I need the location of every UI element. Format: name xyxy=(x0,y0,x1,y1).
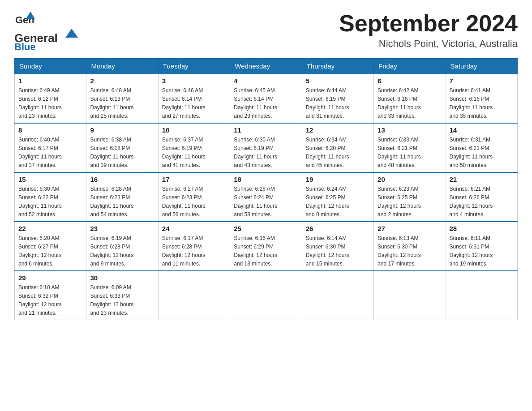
calendar-cell: 15 Sunrise: 6:30 AMSunset: 6:22 PMDaylig… xyxy=(15,172,86,222)
col-friday: Friday xyxy=(374,59,446,74)
day-number: 20 xyxy=(378,176,442,183)
col-saturday: Saturday xyxy=(446,59,517,74)
day-info: Sunrise: 6:34 AMSunset: 6:20 PMDaylight:… xyxy=(306,137,349,168)
calendar-cell: 9 Sunrise: 6:38 AMSunset: 6:18 PMDayligh… xyxy=(86,123,158,172)
calendar-cell xyxy=(374,271,446,320)
calendar-cell: 29 Sunrise: 6:10 AMSunset: 6:32 PMDaylig… xyxy=(15,271,86,320)
day-number: 30 xyxy=(90,274,154,282)
calendar-cell: 5 Sunrise: 6:44 AMSunset: 6:15 PMDayligh… xyxy=(302,74,373,123)
calendar-cell: 16 Sunrise: 6:28 AMSunset: 6:23 PMDaylig… xyxy=(86,172,158,222)
week-row-3: 15 Sunrise: 6:30 AMSunset: 6:22 PMDaylig… xyxy=(15,172,518,222)
page-header: General General Blue September 2024 Nich… xyxy=(14,11,518,50)
day-info: Sunrise: 6:35 AMSunset: 6:19 PMDaylight:… xyxy=(234,137,277,168)
calendar-cell: 21 Sunrise: 6:21 AMSunset: 6:26 PMDaylig… xyxy=(446,172,517,222)
calendar-cell: 22 Sunrise: 6:20 AMSunset: 6:27 PMDaylig… xyxy=(15,222,86,271)
day-info: Sunrise: 6:14 AMSunset: 6:30 PMDaylight:… xyxy=(306,235,349,267)
day-info: Sunrise: 6:28 AMSunset: 6:23 PMDaylight:… xyxy=(90,186,133,218)
day-number: 18 xyxy=(234,176,298,183)
col-thursday: Thursday xyxy=(302,59,373,74)
calendar-table: Sunday Monday Tuesday Wednesday Thursday… xyxy=(14,58,518,320)
day-number: 23 xyxy=(90,225,154,232)
day-info: Sunrise: 6:40 AMSunset: 6:17 PMDaylight:… xyxy=(18,137,62,168)
day-info: Sunrise: 6:33 AMSunset: 6:21 PMDaylight:… xyxy=(378,137,421,168)
calendar-cell: 26 Sunrise: 6:14 AMSunset: 6:30 PMDaylig… xyxy=(302,222,373,271)
day-number: 26 xyxy=(306,225,370,232)
day-number: 21 xyxy=(450,176,514,183)
week-row-4: 22 Sunrise: 6:20 AMSunset: 6:27 PMDaylig… xyxy=(15,222,518,271)
col-tuesday: Tuesday xyxy=(158,59,230,74)
calendar-cell xyxy=(446,271,517,320)
calendar-cell: 10 Sunrise: 6:37 AMSunset: 6:19 PMDaylig… xyxy=(158,123,230,172)
calendar-cell: 11 Sunrise: 6:35 AMSunset: 6:19 PMDaylig… xyxy=(230,123,302,172)
day-number: 22 xyxy=(18,225,82,232)
calendar-cell xyxy=(302,271,373,320)
calendar-cell: 3 Sunrise: 6:46 AMSunset: 6:14 PMDayligh… xyxy=(158,74,230,123)
col-wednesday: Wednesday xyxy=(230,59,302,74)
calendar-cell: 6 Sunrise: 6:42 AMSunset: 6:16 PMDayligh… xyxy=(374,74,446,123)
calendar-cell: 25 Sunrise: 6:16 AMSunset: 6:29 PMDaylig… xyxy=(230,222,302,271)
logo-area: General General Blue xyxy=(14,11,86,50)
day-number: 1 xyxy=(18,77,82,85)
day-info: Sunrise: 6:26 AMSunset: 6:24 PMDaylight:… xyxy=(234,186,277,218)
day-info: Sunrise: 6:41 AMSunset: 6:16 PMDaylight:… xyxy=(450,87,493,119)
day-info: Sunrise: 6:20 AMSunset: 6:27 PMDaylight:… xyxy=(18,235,62,267)
day-number: 29 xyxy=(18,274,82,282)
day-info: Sunrise: 6:23 AMSunset: 6:25 PMDaylight:… xyxy=(378,186,421,218)
calendar-cell: 30 Sunrise: 6:09 AMSunset: 6:33 PMDaylig… xyxy=(86,271,158,320)
day-number: 25 xyxy=(234,225,298,232)
calendar-cell: 28 Sunrise: 6:11 AMSunset: 6:31 PMDaylig… xyxy=(446,222,517,271)
col-monday: Monday xyxy=(86,59,158,74)
day-number: 7 xyxy=(450,77,514,85)
svg-marker-3 xyxy=(65,29,78,38)
day-number: 14 xyxy=(450,126,514,134)
day-number: 24 xyxy=(162,225,226,232)
day-info: Sunrise: 6:17 AMSunset: 6:28 PMDaylight:… xyxy=(162,235,206,267)
day-number: 5 xyxy=(306,77,370,85)
day-info: Sunrise: 6:19 AMSunset: 6:28 PMDaylight:… xyxy=(90,235,133,267)
day-info: Sunrise: 6:21 AMSunset: 6:26 PMDaylight:… xyxy=(450,186,493,218)
day-info: Sunrise: 6:11 AMSunset: 6:31 PMDaylight:… xyxy=(450,235,493,267)
calendar-cell: 8 Sunrise: 6:40 AMSunset: 6:17 PMDayligh… xyxy=(15,123,86,172)
day-number: 28 xyxy=(450,225,514,232)
day-number: 8 xyxy=(18,126,82,134)
week-row-2: 8 Sunrise: 6:40 AMSunset: 6:17 PMDayligh… xyxy=(15,123,518,172)
day-number: 12 xyxy=(306,126,370,134)
day-info: Sunrise: 6:44 AMSunset: 6:15 PMDaylight:… xyxy=(306,87,349,119)
day-number: 16 xyxy=(90,176,154,183)
calendar-cell: 24 Sunrise: 6:17 AMSunset: 6:28 PMDaylig… xyxy=(158,222,230,271)
day-info: Sunrise: 6:42 AMSunset: 6:16 PMDaylight:… xyxy=(378,87,421,119)
day-info: Sunrise: 6:49 AMSunset: 6:12 PMDaylight:… xyxy=(18,87,62,119)
page-subtitle: Nichols Point, Victoria, Australia xyxy=(339,38,518,50)
day-number: 11 xyxy=(234,126,298,134)
day-number: 17 xyxy=(162,176,226,183)
calendar-cell: 17 Sunrise: 6:27 AMSunset: 6:23 PMDaylig… xyxy=(158,172,230,222)
day-number: 4 xyxy=(234,77,298,85)
title-area: September 2024 Nichols Point, Victoria, … xyxy=(339,11,518,50)
col-sunday: Sunday xyxy=(15,59,86,74)
calendar-cell: 27 Sunrise: 6:13 AMSunset: 6:30 PMDaylig… xyxy=(374,222,446,271)
calendar-cell: 14 Sunrise: 6:31 AMSunset: 6:21 PMDaylig… xyxy=(446,123,517,172)
day-number: 3 xyxy=(162,77,226,85)
day-info: Sunrise: 6:16 AMSunset: 6:29 PMDaylight:… xyxy=(234,235,277,267)
calendar-cell: 1 Sunrise: 6:49 AMSunset: 6:12 PMDayligh… xyxy=(15,74,86,123)
day-number: 19 xyxy=(306,176,370,183)
day-info: Sunrise: 6:37 AMSunset: 6:19 PMDaylight:… xyxy=(162,137,206,168)
calendar-cell: 23 Sunrise: 6:19 AMSunset: 6:28 PMDaylig… xyxy=(86,222,158,271)
week-row-5: 29 Sunrise: 6:10 AMSunset: 6:32 PMDaylig… xyxy=(15,271,518,320)
calendar-cell: 18 Sunrise: 6:26 AMSunset: 6:24 PMDaylig… xyxy=(230,172,302,222)
day-info: Sunrise: 6:46 AMSunset: 6:14 PMDaylight:… xyxy=(162,87,206,119)
day-number: 15 xyxy=(18,176,82,183)
day-info: Sunrise: 6:45 AMSunset: 6:14 PMDaylight:… xyxy=(234,87,277,119)
day-number: 9 xyxy=(90,126,154,134)
calendar-cell xyxy=(230,271,302,320)
calendar-cell: 12 Sunrise: 6:34 AMSunset: 6:20 PMDaylig… xyxy=(302,123,373,172)
day-info: Sunrise: 6:38 AMSunset: 6:18 PMDaylight:… xyxy=(90,137,133,168)
day-number: 27 xyxy=(378,225,442,232)
page-title: September 2024 xyxy=(339,11,518,36)
calendar-cell: 4 Sunrise: 6:45 AMSunset: 6:14 PMDayligh… xyxy=(230,74,302,123)
calendar-cell: 7 Sunrise: 6:41 AMSunset: 6:16 PMDayligh… xyxy=(446,74,517,123)
day-number: 6 xyxy=(378,77,442,85)
day-info: Sunrise: 6:30 AMSunset: 6:22 PMDaylight:… xyxy=(18,186,62,218)
day-number: 13 xyxy=(378,126,442,134)
calendar-cell: 19 Sunrise: 6:24 AMSunset: 6:25 PMDaylig… xyxy=(302,172,373,222)
